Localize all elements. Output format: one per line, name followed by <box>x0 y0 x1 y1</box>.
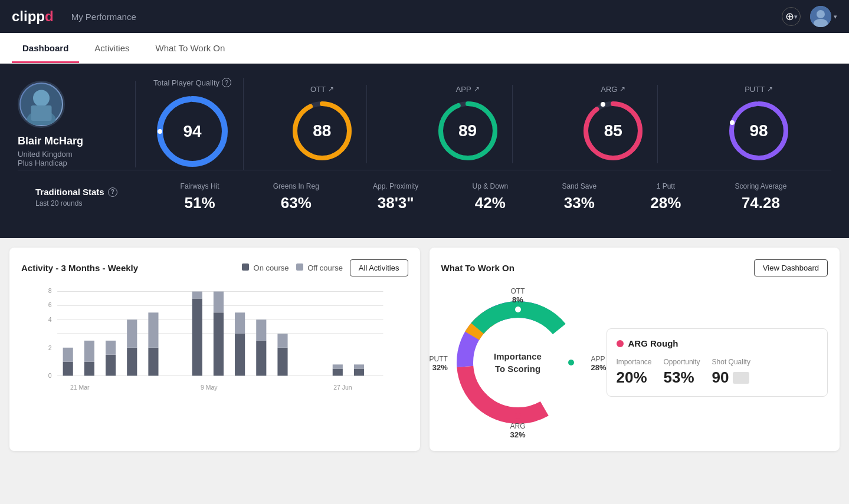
add-button[interactable]: ⊕ ▾ <box>782 7 801 26</box>
svg-point-63 <box>568 360 574 365</box>
what-to-work-on-panel: What To Work On View Dashboard <box>430 248 840 451</box>
off-course-legend: Off course <box>296 263 343 272</box>
total-quality-help-icon[interactable]: ? <box>222 78 231 87</box>
plus-icon: ⊕ <box>785 10 794 23</box>
trad-stats-title: Traditional Stats ? <box>35 187 153 197</box>
total-quality-label: Total Player Quality ? <box>153 78 231 87</box>
stats-top: Blair McHarg United Kingdom Plus Handica… <box>18 78 831 170</box>
ott-ring: 88 <box>290 98 355 163</box>
gauge-putt-label: PUTT ↗ <box>745 85 773 94</box>
svg-rect-42 <box>192 292 202 299</box>
gauge-arg-label: ARG ↗ <box>601 85 625 94</box>
user-dropdown-arrow: ▾ <box>834 13 837 21</box>
stat-sand-save: Sand Save 33% <box>562 182 596 212</box>
stat-sand-save-value: 33% <box>564 194 595 212</box>
svg-rect-6 <box>31 105 52 120</box>
player-info: Blair McHarg United Kingdom Plus Handica… <box>18 81 136 167</box>
user-menu[interactable]: ▾ <box>810 6 837 27</box>
avatar <box>810 6 831 27</box>
trad-stats-label: Traditional Stats ? Last 20 rounds <box>35 187 153 207</box>
gauge-ott: OTT ↗ 88 <box>278 85 367 163</box>
svg-rect-35 <box>106 355 116 376</box>
svg-rect-31 <box>63 362 73 376</box>
donut-center-text: Importance To Scoring <box>494 350 542 375</box>
header-actions: ⊕ ▾ ▾ <box>782 6 837 27</box>
chart-controls: On course Off course All Activities <box>242 259 408 276</box>
total-quality-score: 94 <box>183 122 201 141</box>
svg-rect-40 <box>148 312 158 348</box>
scores-section: Total Player Quality ? 94 OT <box>136 78 831 170</box>
svg-rect-32 <box>63 348 73 362</box>
arg-opportunity-label: Opportunity <box>664 358 700 366</box>
bottom-panels: Activity - 3 Months - Weekly On course O… <box>0 238 849 460</box>
all-activities-button[interactable]: All Activities <box>350 259 408 276</box>
bar-chart-svg: 0 2 4 6 8 <box>21 286 408 404</box>
add-dropdown-icon: ▾ <box>794 13 798 21</box>
gauge-app: APP ↗ 89 <box>424 85 513 163</box>
svg-rect-38 <box>127 319 137 348</box>
wtwo-header: What To Work On View Dashboard <box>441 259 828 276</box>
total-quality-ring: 94 <box>154 93 231 170</box>
stat-scoring-avg: Scoring Average 74.28 <box>735 182 787 212</box>
stat-scoring-avg-value: 74.28 <box>742 194 780 212</box>
score-gauges: OTT ↗ 88 APP ↗ <box>250 85 831 163</box>
gauge-putt: PUTT ↗ 98 <box>714 85 803 163</box>
stat-fairways-hit-value: 51% <box>185 194 215 212</box>
stat-app-proximity-label: App. Proximity <box>373 182 418 190</box>
bar-chart-area: 0 2 4 6 8 <box>21 286 408 416</box>
view-dashboard-button[interactable]: View Dashboard <box>754 259 828 276</box>
tab-dashboard[interactable]: Dashboard <box>12 35 79 63</box>
stat-1-putt: 1 Putt 28% <box>650 182 681 212</box>
svg-point-62 <box>515 307 521 312</box>
stat-app-proximity: App. Proximity 38'3" <box>373 182 418 212</box>
gauge-arg: ARG ↗ 85 <box>569 85 658 163</box>
arg-importance-metric: Importance 20% <box>617 358 652 387</box>
stat-scoring-avg-label: Scoring Average <box>735 182 787 190</box>
arg-importance-value: 20% <box>617 368 652 387</box>
trad-stats-help-icon[interactable]: ? <box>108 187 117 197</box>
app-donut-label: APP 28% <box>591 355 606 372</box>
svg-point-9 <box>158 129 162 134</box>
svg-text:2: 2 <box>48 345 52 351</box>
arg-shot-quality-label: Shot Quality <box>712 358 750 366</box>
svg-rect-43 <box>214 312 224 375</box>
svg-rect-53 <box>354 368 364 375</box>
stats-panel: Blair McHarg United Kingdom Plus Handica… <box>0 64 849 238</box>
app-ring: 89 <box>435 98 500 163</box>
svg-point-1 <box>817 10 825 18</box>
donut-chart-area: Importance To Scoring OTT 8% APP 28% ARG… <box>441 286 595 439</box>
ott-trend-icon: ↗ <box>328 85 334 93</box>
player-name: Blair McHarg <box>18 135 117 147</box>
svg-point-65 <box>462 360 468 365</box>
chart-legend: On course Off course <box>242 263 343 272</box>
arg-donut-label: ARG 32% <box>510 422 525 439</box>
svg-rect-44 <box>214 292 224 313</box>
arg-score: 85 <box>604 121 622 140</box>
player-handicap: Plus Handicap <box>18 159 117 167</box>
stat-up-down: Up & Down 42% <box>473 182 509 212</box>
player-avatar-image <box>21 84 62 125</box>
stat-greens-in-reg-value: 63% <box>281 194 312 212</box>
putt-score: 98 <box>750 121 768 140</box>
svg-text:6: 6 <box>48 302 52 308</box>
ott-donut-label: OTT 8% <box>511 287 525 304</box>
tab-what-to-work-on[interactable]: What To Work On <box>145 35 236 63</box>
svg-point-17 <box>601 102 605 107</box>
svg-rect-49 <box>277 348 287 376</box>
stat-up-down-label: Up & Down <box>473 182 509 190</box>
stat-up-down-value: 42% <box>475 194 506 212</box>
svg-text:0: 0 <box>48 373 52 379</box>
svg-rect-34 <box>84 341 94 362</box>
tab-activities[interactable]: Activities <box>84 35 140 63</box>
svg-point-64 <box>515 413 521 419</box>
tabs-nav: Dashboard Activities What To Work On <box>0 33 849 64</box>
shot-quality-badge <box>733 372 749 384</box>
chart-title: Activity - 3 Months - Weekly <box>21 263 138 273</box>
header: clippd My Performance ⊕ ▾ ▾ <box>0 0 849 33</box>
stat-fairways-hit-label: Fairways Hit <box>181 182 219 190</box>
putt-trend-icon: ↗ <box>767 85 773 93</box>
svg-rect-47 <box>256 341 266 376</box>
activity-chart-panel: Activity - 3 Months - Weekly On course O… <box>9 248 420 451</box>
arg-card-title: ARG Rough <box>617 338 818 348</box>
svg-rect-54 <box>354 364 364 368</box>
